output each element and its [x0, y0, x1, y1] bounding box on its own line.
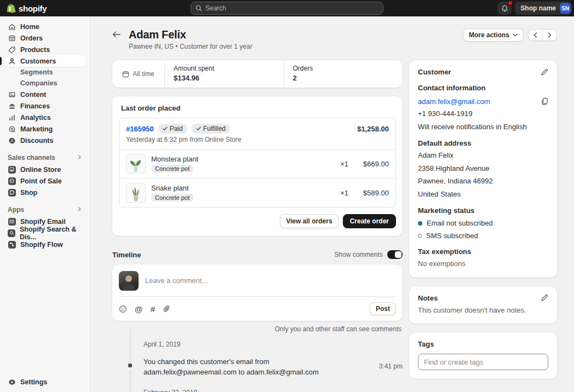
sidebar-item-shopify-search[interactable]: Shopify Search & Dis...	[4, 227, 85, 239]
online-store-icon	[8, 166, 16, 174]
emoji-icon[interactable]	[119, 305, 127, 313]
comment-input[interactable]	[145, 271, 396, 285]
sidebar-item-discounts[interactable]: Discounts	[4, 135, 85, 146]
chevron-right-icon	[77, 154, 82, 162]
show-comments-label: Show comments	[334, 251, 383, 258]
sidebar-item-shop[interactable]: Shop	[4, 187, 85, 198]
sidebar-item-label: Home	[20, 23, 39, 31]
shopify-logo[interactable]: shopify	[0, 3, 53, 14]
store-menu[interactable]: Shop name SN	[515, 2, 572, 15]
sidebar-item-orders[interactable]: Orders	[4, 32, 85, 44]
search-input[interactable]	[205, 4, 378, 12]
sidebar-item-analytics[interactable]: Analytics	[4, 112, 85, 123]
pencil-icon	[541, 294, 548, 302]
marketing-status-item: Email not subscribed	[418, 219, 548, 227]
show-comments-toggle[interactable]	[387, 250, 403, 259]
sidebar-item-point-of-sale[interactable]: Point of Sale	[4, 175, 85, 187]
sidebar-item-companies[interactable]: Companies	[4, 78, 85, 89]
point-of-sale-icon	[8, 177, 16, 185]
sidebar-item-online-store[interactable]: Online Store	[4, 164, 85, 175]
timeline-title: Timeline	[112, 251, 141, 259]
timeline-entry-text: You changed this customer's email from a…	[144, 357, 357, 378]
order-number-link[interactable]: #165950	[126, 125, 154, 133]
sidebar-item-home[interactable]: Home	[4, 21, 85, 32]
marketing-status-heading: Marketing status	[418, 206, 548, 215]
global-search[interactable]	[191, 2, 383, 15]
tags-input[interactable]	[418, 354, 548, 370]
customer-stats-card: All time Amount spent $134.96 Orders 2	[112, 60, 403, 88]
marketing-status-label: Email not subscribed	[427, 219, 493, 227]
apps-header[interactable]: Apps	[4, 206, 85, 214]
search-icon	[196, 5, 202, 11]
chevron-down-icon	[513, 33, 518, 37]
timeline-entry: You changed this customer's email from a…	[144, 357, 403, 378]
hashtag-icon[interactable]: #	[151, 304, 155, 314]
active-indicator	[0, 57, 2, 65]
more-actions-label: More actions	[469, 31, 509, 39]
sidebar-item-label: Shopify Flow	[20, 241, 63, 249]
monstera-plant-image	[126, 154, 146, 174]
sidebar-item-settings[interactable]: Settings	[4, 376, 85, 388]
sidebar-item-marketing[interactable]: Marketing	[4, 123, 85, 135]
edit-customer-button[interactable]	[541, 68, 548, 76]
back-button[interactable]	[112, 31, 121, 50]
status-dot-open	[418, 234, 422, 238]
sales-channels-header[interactable]: Sales channels	[4, 154, 85, 162]
address-line: 2358 Highland Avenue	[418, 164, 548, 174]
home-icon	[8, 23, 16, 31]
line-item-variant: Concrete pot	[151, 194, 193, 201]
post-comment-button[interactable]: Post	[370, 302, 396, 315]
sidebar-item-label: Point of Sale	[20, 177, 62, 185]
sidebar-item-label: Analytics	[20, 114, 51, 122]
shopify-flow-icon	[8, 241, 16, 249]
create-order-button[interactable]: Create order	[343, 214, 396, 228]
order-placed-info: Yesterday at 6:32 pm from Online Store	[119, 135, 395, 149]
last-order-title: Last order placed	[112, 96, 403, 118]
sidebar-item-label: Orders	[20, 34, 43, 42]
view-all-orders-button[interactable]: View all orders	[280, 214, 338, 228]
products-icon	[8, 46, 16, 54]
sidebar-subitem-label: Companies	[20, 79, 57, 87]
fulfilled-badge-label: Fulfilled	[203, 125, 226, 132]
sidebar-item-segments[interactable]: Segments	[4, 67, 85, 78]
customer-email-link[interactable]: adam.felix@gmail.com	[418, 97, 490, 106]
notifications-language-note: Will receive notifications in English	[418, 122, 548, 132]
sidebar-item-label: Finances	[20, 102, 50, 110]
next-customer-button[interactable]	[543, 30, 556, 41]
notifications-button[interactable]	[497, 2, 512, 15]
record-pagination	[528, 29, 557, 41]
copy-email-button[interactable]	[541, 97, 548, 105]
edit-notes-button[interactable]	[541, 294, 548, 302]
timeline-date: February 23, 2019	[144, 389, 403, 392]
chevron-right-icon	[77, 206, 82, 214]
date-range-filter[interactable]: All time	[112, 60, 165, 88]
timeline-feed: April 1, 2019 You changed this customer'…	[112, 341, 403, 392]
address-line: Adam Felix	[418, 151, 548, 160]
sidebar-item-shopify-flow[interactable]: Shopify Flow	[4, 239, 85, 250]
more-actions-button[interactable]: More actions	[463, 28, 524, 42]
orders-stat: Orders 2	[284, 60, 403, 88]
sidebar-item-label: Settings	[20, 378, 47, 386]
mention-icon[interactable]: @	[135, 304, 143, 314]
staff-avatar	[119, 271, 139, 291]
sidebar-item-customers[interactable]: Customers	[4, 55, 85, 67]
address-line: Pawnee, Indiana 46992	[418, 176, 548, 186]
sidebar-item-content[interactable]: Content	[4, 89, 85, 100]
line-item-qty: ×1	[340, 160, 348, 168]
sidebar-item-finances[interactable]: Finances	[4, 100, 85, 112]
line-item-qty: ×1	[340, 189, 348, 197]
sidebar-item-label: Shop	[20, 189, 37, 197]
snake-plant-image	[126, 183, 146, 203]
default-address-heading: Default address	[418, 139, 548, 147]
attachment-icon[interactable]	[163, 305, 170, 313]
sidebar: Home Orders Products Customers Segments …	[0, 16, 90, 392]
tax-exemptions-value: No exemptions	[418, 259, 548, 269]
apps-label: Apps	[8, 206, 24, 214]
order-line-item: Monstera plant Concrete pot ×1 $669.00	[119, 149, 395, 178]
paid-status-badge: Paid	[158, 124, 187, 134]
amount-spent-label: Amount spent	[174, 65, 275, 72]
order-summary-box: #165950 Paid Fulfilled $1,258.00 Ye	[119, 118, 396, 207]
previous-customer-button[interactable]	[529, 30, 543, 41]
sidebar-item-products[interactable]: Products	[4, 44, 85, 55]
shopify-email-icon	[8, 218, 16, 226]
